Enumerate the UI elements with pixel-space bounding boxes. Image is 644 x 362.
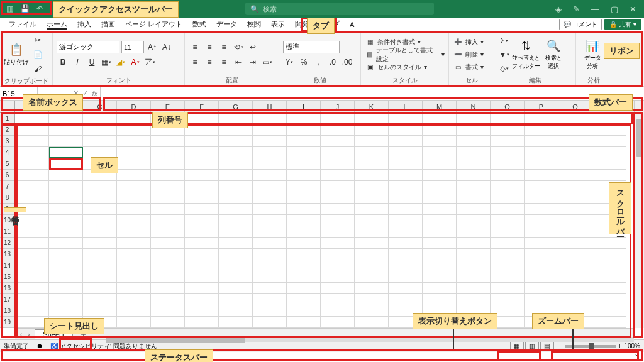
row-18[interactable]: 18 [0,305,14,317]
cell[interactable] [83,192,117,204]
cell[interactable] [491,192,525,204]
cell[interactable] [558,147,592,158]
cell[interactable] [219,158,253,170]
cell[interactable] [151,170,185,181]
cell[interactable] [253,124,287,136]
bold-icon[interactable]: B [57,56,69,69]
align-center-icon[interactable]: ≡ [203,56,216,69]
cell[interactable] [49,192,83,204]
cell[interactable] [592,317,626,328]
cell[interactable] [49,113,83,124]
cell[interactable] [389,136,423,147]
cell[interactable] [558,170,592,181]
close-icon[interactable]: ✕ [630,4,636,14]
maximize-icon[interactable]: ▢ [611,4,618,14]
find-select-button[interactable]: 🔍検索と 選択 [541,34,566,75]
align-top-icon[interactable]: ≡ [189,41,201,53]
cell[interactable] [389,181,423,192]
sort-filter-button[interactable]: ⇅並べ替えと フィルター [513,34,538,75]
cell[interactable] [355,181,389,192]
zoom-control[interactable]: − + 100% [559,343,640,349]
col-E[interactable]: E [151,101,185,112]
cell[interactable] [525,215,558,226]
col-H[interactable]: H [253,101,287,112]
row-16[interactable]: 16 [0,283,14,294]
cell[interactable] [355,136,389,147]
fill-color-icon[interactable]: ◢ [114,56,127,69]
cell[interactable] [117,272,151,283]
vertical-scrollbar[interactable] [634,101,644,328]
cell[interactable] [117,113,151,124]
cell[interactable] [321,215,355,226]
col-K[interactable]: K [355,101,389,112]
row-1[interactable]: 1 [0,113,14,124]
row-4[interactable]: 4 [0,147,14,158]
fx-icon[interactable]: fx [92,90,97,97]
cell[interactable] [457,249,491,260]
cell[interactable] [389,238,423,249]
cell[interactable] [355,260,389,272]
cell[interactable] [287,215,321,226]
cell[interactable] [491,136,525,147]
cell[interactable] [491,226,525,238]
cell[interactable] [185,215,219,226]
cell[interactable] [117,226,151,238]
cell[interactable] [49,272,83,283]
cell[interactable] [525,181,558,192]
format-painter-icon[interactable]: 🖌 [31,63,44,75]
mode-icon[interactable]: ✎ [573,4,580,14]
cell[interactable] [355,192,389,204]
cell[interactable] [558,238,592,249]
minimize-icon[interactable]: — [591,4,599,14]
cell[interactable] [219,136,253,147]
cell[interactable] [15,181,49,192]
cell[interactable] [15,170,49,181]
cell[interactable] [253,226,287,238]
tab-view[interactable]: 表示 [266,18,290,30]
col-F[interactable]: F [185,101,219,112]
cell[interactable] [287,305,321,317]
cell[interactable] [83,226,117,238]
col-O[interactable]: O [491,101,525,112]
cell[interactable] [389,113,423,124]
autosum-icon[interactable]: Σ [498,35,511,47]
row-19[interactable]: 19 [0,317,14,328]
cell[interactable] [355,170,389,181]
cell[interactable] [525,136,558,147]
cell[interactable] [219,170,253,181]
cell[interactable] [423,124,457,136]
macro-record-icon[interactable]: ⏺ [36,343,43,349]
col-J[interactable]: J [321,101,355,112]
cell[interactable] [219,215,253,226]
cell[interactable] [491,170,525,181]
number-format-select[interactable]: 標準 [283,41,340,53]
ribbon-collapse-icon[interactable]: ⌄ [634,349,640,358]
cell[interactable] [558,283,592,294]
cell[interactable] [287,294,321,305]
cell[interactable] [321,192,355,204]
cell[interactable] [491,124,525,136]
cell[interactable] [219,147,253,158]
cell[interactable] [457,272,491,283]
cell[interactable] [117,238,151,249]
cell[interactable] [457,260,491,272]
cell[interactable] [423,238,457,249]
cell[interactable] [117,215,151,226]
cell[interactable] [219,204,253,215]
cell[interactable] [151,294,185,305]
cell[interactable] [389,272,423,283]
cell[interactable] [592,283,626,294]
grow-font-icon[interactable]: A↑ [146,41,158,53]
cell[interactable] [321,204,355,215]
tab-formulas[interactable]: 数式 [187,18,211,30]
cell[interactable] [457,113,491,124]
cell[interactable] [185,272,219,283]
cell[interactable] [321,124,355,136]
cell[interactable] [389,192,423,204]
cell[interactable] [491,181,525,192]
cell[interactable] [558,249,592,260]
col-Q[interactable]: Q [558,101,592,112]
row-15[interactable]: 15 [0,272,14,283]
cell[interactable] [253,294,287,305]
align-left-icon[interactable]: ≡ [189,56,201,69]
